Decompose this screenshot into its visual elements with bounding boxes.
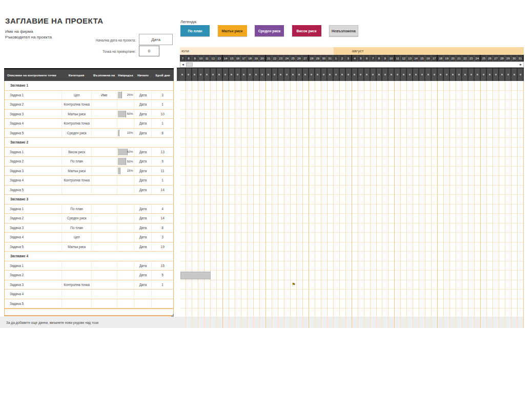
task-row[interactable]: Задача 3Малък риск50%Дата10 <box>5 110 173 119</box>
task-row[interactable]: Задача 4Контролна точкаДата1 <box>5 119 173 129</box>
slicer-cell[interactable] <box>475 68 481 81</box>
slicer-cell[interactable] <box>481 68 487 81</box>
days-count-cell[interactable]: 13 <box>151 148 173 157</box>
days-count-cell[interactable]: 1 <box>151 100 173 109</box>
task-name-cell[interactable]: Задача 5 <box>5 186 62 195</box>
task-name-cell[interactable]: Задача 4 <box>5 290 62 299</box>
slicer-cell[interactable] <box>371 68 377 81</box>
slicer-cell[interactable] <box>487 68 493 81</box>
start-date-cell[interactable]: Дата <box>134 242 151 252</box>
start-date-cell[interactable]: Дата <box>134 157 151 166</box>
slicer-cell[interactable] <box>462 68 468 81</box>
slicer-cell[interactable] <box>284 68 291 81</box>
start-date-cell[interactable]: Дата <box>134 129 151 138</box>
progress-cell[interactable] <box>117 271 134 280</box>
start-date-cell[interactable]: Дата <box>134 119 151 128</box>
slicer-cell[interactable] <box>260 68 266 81</box>
task-name-cell[interactable]: Задача 1 <box>5 148 62 157</box>
slicer-cell[interactable] <box>217 68 223 81</box>
days-count-cell[interactable]: 10 <box>151 110 173 119</box>
category-cell[interactable] <box>62 299 91 309</box>
section-row-1[interactable]: Заглавие 1 <box>5 81 173 91</box>
days-count-cell[interactable]: 1 <box>151 119 173 128</box>
days-count-cell[interactable]: 9 <box>151 157 173 166</box>
slicer-cell[interactable] <box>272 68 278 81</box>
category-cell[interactable] <box>62 186 91 195</box>
category-cell[interactable]: Контролна точка <box>62 100 91 109</box>
slicer-cell[interactable] <box>401 68 407 81</box>
slicer-cell[interactable] <box>223 68 229 81</box>
task-row[interactable]: Задача 3По планДата8 <box>5 223 173 233</box>
scrollbar-thumb[interactable] <box>186 63 193 67</box>
progress-cell[interactable] <box>117 186 134 195</box>
slicer-cell[interactable] <box>395 68 401 81</box>
task-name-cell[interactable]: Задача 4 <box>5 119 62 128</box>
task-name-cell[interactable]: Задача 3 <box>5 167 62 176</box>
days-count-cell[interactable]: 1 <box>151 280 173 290</box>
slicer-cell[interactable] <box>407 68 413 81</box>
category-cell[interactable] <box>62 271 91 280</box>
category-cell[interactable] <box>62 290 91 299</box>
task-name-cell[interactable]: Задача 4 <box>5 233 62 242</box>
assigned-cell[interactable]: Име <box>91 91 117 100</box>
assigned-cell[interactable] <box>91 271 117 280</box>
slicer-cell[interactable] <box>499 68 505 81</box>
slicer-cell[interactable] <box>266 68 272 81</box>
assigned-cell[interactable] <box>91 214 117 223</box>
task-name-cell[interactable]: Задача 5 <box>5 242 62 252</box>
slicer-cell[interactable] <box>518 68 524 81</box>
start-date-cell[interactable]: Дата <box>134 186 151 195</box>
task-name-cell[interactable]: Задача 2 <box>5 214 62 223</box>
slicer-cell[interactable] <box>450 68 456 81</box>
progress-cell[interactable] <box>117 214 134 223</box>
task-row[interactable]: Задача 5Малък рискДата19 <box>5 242 173 252</box>
assigned-cell[interactable] <box>91 204 117 214</box>
category-cell[interactable]: Среден риск <box>62 214 91 223</box>
start-date-cell[interactable]: Дата <box>134 100 151 109</box>
slicer-cell[interactable] <box>493 68 499 81</box>
assigned-cell[interactable] <box>91 157 117 166</box>
slicer-cell[interactable] <box>198 68 204 81</box>
assigned-cell[interactable] <box>91 148 117 157</box>
slicer-cell[interactable] <box>254 68 260 81</box>
days-count-cell[interactable]: 8 <box>151 129 173 138</box>
days-count-cell[interactable]: 14 <box>151 214 173 223</box>
timeline-slicer-row[interactable] <box>177 68 524 81</box>
task-name-cell[interactable]: Задача 3 <box>5 110 62 119</box>
task-row[interactable]: Задача 3Малък риск15%Дата11 <box>5 167 173 176</box>
slicer-cell[interactable] <box>241 68 248 81</box>
assigned-cell[interactable] <box>91 176 117 185</box>
task-row[interactable]: Задача 1По планДата4 <box>5 204 173 214</box>
scrollbar-left-icon[interactable]: ◄ <box>180 63 186 66</box>
progress-cell[interactable]: 25% <box>117 91 134 100</box>
slicer-cell[interactable] <box>321 68 328 81</box>
slicer-cell[interactable] <box>315 68 321 81</box>
slicer-cell[interactable] <box>303 68 309 81</box>
task-name-cell[interactable]: Задача 5 <box>5 129 62 138</box>
slicer-cell[interactable] <box>511 68 518 81</box>
slicer-cell[interactable] <box>432 68 438 81</box>
slicer-cell[interactable] <box>211 68 217 81</box>
task-name-cell[interactable]: Задача 1 <box>5 91 62 100</box>
assigned-cell[interactable] <box>91 290 117 299</box>
progress-cell[interactable] <box>117 176 134 185</box>
slicer-cell[interactable] <box>456 68 462 81</box>
scroll-point-field[interactable]: 0 <box>139 46 159 56</box>
category-cell[interactable]: Цел <box>62 91 91 100</box>
progress-cell[interactable] <box>117 233 134 242</box>
progress-cell[interactable]: 50% <box>117 110 134 119</box>
legend-button-low-risk[interactable]: Малък риск <box>218 25 247 36</box>
legend-button-med-risk[interactable]: Среден риск <box>255 25 284 36</box>
progress-cell[interactable]: 50% <box>117 157 134 166</box>
progress-cell[interactable] <box>117 242 134 252</box>
start-date-cell[interactable]: Дата <box>134 233 151 242</box>
slicer-cell[interactable] <box>192 68 198 81</box>
category-cell[interactable]: Среден риск <box>62 129 91 138</box>
days-count-cell[interactable]: 19 <box>151 242 173 252</box>
slicer-cell[interactable] <box>291 68 297 81</box>
slicer-cell[interactable] <box>419 68 425 81</box>
legend-button-high-risk[interactable]: Висок риск <box>292 25 321 36</box>
table-resize-handle-icon[interactable] <box>171 314 174 317</box>
slicer-cell[interactable] <box>346 68 352 81</box>
slicer-cell[interactable] <box>328 68 334 81</box>
